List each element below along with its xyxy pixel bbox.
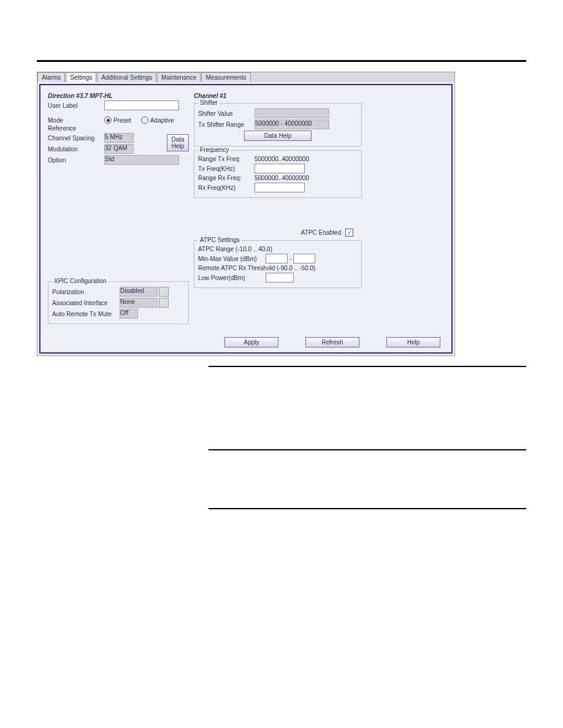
low-power-label: Low Power(dBm) <box>198 275 266 281</box>
modulation-value[interactable]: 32 QAM <box>104 144 134 154</box>
radio-adaptive-label: Adaptive <box>150 117 174 124</box>
user-label-label: User Label <box>48 102 104 109</box>
channel-spacing-value[interactable]: 5 MHz <box>104 133 134 143</box>
rx-freq-label: Rx Freq(KHz) <box>198 184 255 191</box>
atpc-enabled-checkbox[interactable]: ✓ <box>345 229 353 237</box>
shifter-value-label: Shifter Value <box>198 110 255 117</box>
frequency-group-title: Frequency <box>198 146 231 153</box>
panel-content: Direction #3.7 MPT-HL User Label Mode Pr… <box>39 84 453 354</box>
dash-separator: - <box>289 256 291 262</box>
tx-shifter-range-value: 5000000 - 40000000 <box>255 119 329 129</box>
tab-settings[interactable]: Settings <box>66 72 96 82</box>
data-help-button[interactable]: Data Help <box>167 134 189 151</box>
tab-additional-settings[interactable]: Additional Settings <box>97 72 156 82</box>
option-value[interactable]: Std <box>104 155 179 165</box>
right-column: Channel #1 Shifter Shifter Value Tx Shif… <box>191 90 446 347</box>
tx-freq-input[interactable] <box>255 164 305 173</box>
range-rx-value: 5000000..40000000 <box>255 175 309 181</box>
xpic-group-title: XPIC Configuration <box>52 278 109 284</box>
top-rule <box>37 60 526 62</box>
radio-adaptive[interactable]: Adaptive <box>141 116 174 124</box>
atpc-range-label: ATPC Range (-10.0 .. 40.0) <box>198 246 272 252</box>
section-rule-1 <box>209 366 526 367</box>
auto-remote-label: Auto Remote Tx Mute <box>52 311 120 317</box>
option-label: Option <box>48 157 104 164</box>
browse-icon[interactable] <box>159 298 169 308</box>
section-rule-3 <box>209 508 526 509</box>
atpc-group-title: ATPC Settings <box>198 237 242 243</box>
minmax-label: Min-Max Value (dBm) <box>198 256 266 262</box>
section-rule-2 <box>209 449 526 450</box>
tab-bar: Alarms Settings Additional Settings Main… <box>37 72 454 82</box>
reference-label: Reference <box>48 125 76 132</box>
tab-alarms[interactable]: Alarms <box>37 72 65 82</box>
tab-measurements[interactable]: Measurements <box>201 72 250 82</box>
button-bar: Apply Refresh Help <box>224 337 440 347</box>
channel-title: Channel #1 <box>194 93 444 99</box>
modulation-label: Modulation <box>48 146 104 153</box>
assoc-interface-value[interactable]: None <box>120 298 158 308</box>
range-tx-label: Range Tx Freq: <box>198 156 255 162</box>
range-rx-label: Range Rx Freq: <box>198 175 255 181</box>
rx-freq-input[interactable] <box>255 183 305 192</box>
radio-preset-label: Preset <box>113 117 131 124</box>
document-page: manualshive.com Alarms Settings Addition… <box>0 0 563 551</box>
assoc-interface-label: Associated Interface <box>52 300 120 306</box>
polarization-label: Polarization <box>52 289 120 295</box>
mode-label: Mode <box>48 117 104 124</box>
chevron-down-icon[interactable] <box>159 287 169 297</box>
remote-thresh-label: Remote ATPC Rx Threshold (-90.0 .. -50.0… <box>198 265 315 271</box>
shifter-value-field[interactable] <box>255 108 329 118</box>
apply-button[interactable]: Apply <box>224 337 278 347</box>
max-value-input[interactable] <box>293 254 315 264</box>
auto-remote-value[interactable]: Off <box>120 309 138 319</box>
min-value-input[interactable] <box>266 254 288 264</box>
range-tx-value: 5000000..40000000 <box>255 156 309 162</box>
tab-maintenance[interactable]: Maintenance <box>157 72 201 82</box>
user-label-input[interactable] <box>104 100 179 110</box>
refresh-button[interactable]: Refresh <box>305 337 359 347</box>
tx-freq-label: Tx Freq(KHz) <box>198 165 255 172</box>
tx-shifter-range-label: Tx Shifter Range <box>198 121 255 128</box>
polarization-select[interactable]: Disabled <box>120 287 158 297</box>
settings-screenshot: manualshive.com Alarms Settings Addition… <box>37 72 455 356</box>
left-column: Direction #3.7 MPT-HL User Label Mode Pr… <box>45 90 191 347</box>
low-power-input[interactable] <box>266 273 294 282</box>
shifter-data-help-button[interactable]: Data Help <box>244 131 312 141</box>
atpc-enabled-label: ATPC Enabled <box>301 229 341 236</box>
help-button[interactable]: Help <box>386 337 440 347</box>
channel-spacing-label: Channel Spacing <box>48 135 104 142</box>
direction-title: Direction #3.7 MPT-HL <box>48 93 189 99</box>
radio-preset[interactable]: Preset <box>104 116 131 124</box>
shifter-group-title: Shifter <box>198 99 220 106</box>
